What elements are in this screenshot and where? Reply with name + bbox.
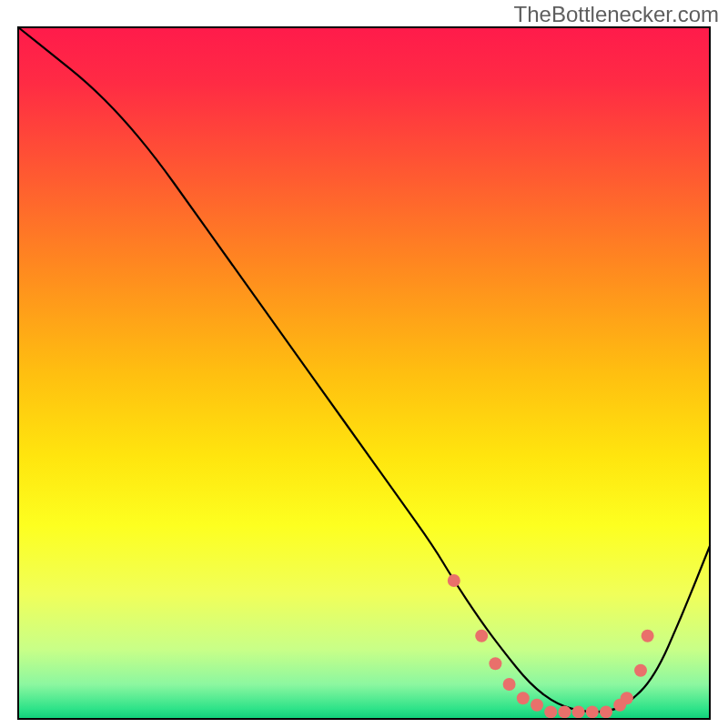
highlight-dot: [600, 705, 612, 718]
watermark-text: TheBottleneсker.com: [514, 2, 719, 27]
chart-svg: [0, 0, 728, 728]
highlight-dot: [503, 678, 516, 691]
highlight-dot: [621, 692, 633, 704]
highlight-dot: [634, 664, 647, 677]
highlight-dot: [448, 574, 460, 587]
highlight-dot: [544, 705, 557, 718]
chart-canvas: TheBottleneсker.com: [0, 0, 728, 728]
highlight-dot: [642, 630, 654, 642]
highlight-dot: [586, 705, 599, 718]
highlight-dot: [531, 699, 543, 712]
plot-background: [18, 27, 710, 719]
highlight-dot: [558, 705, 571, 718]
highlight-dot: [517, 692, 530, 704]
highlight-dot: [489, 657, 501, 670]
highlight-dot: [572, 705, 585, 718]
highlight-dot: [475, 630, 488, 642]
